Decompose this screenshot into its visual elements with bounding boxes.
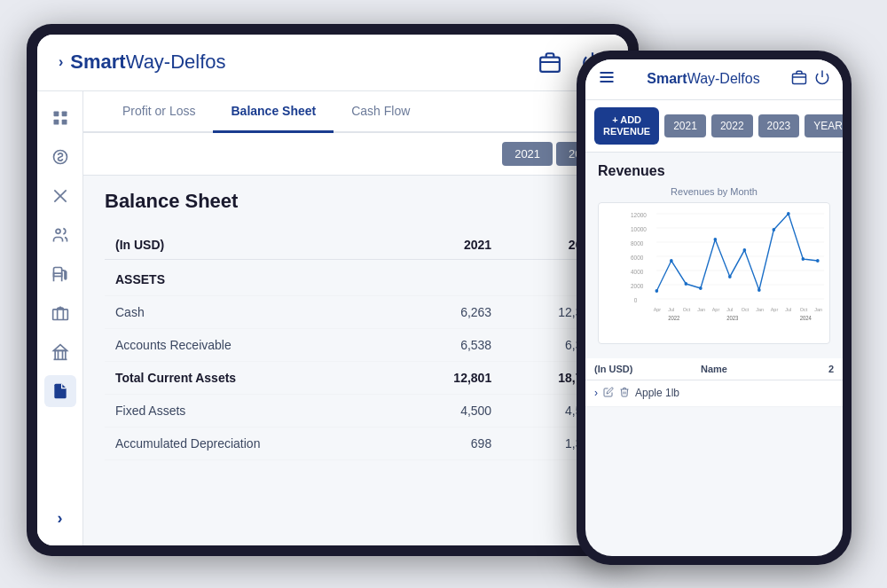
svg-point-33: [670, 259, 673, 263]
list-item: › Apple 1lb: [585, 380, 843, 407]
sidebar-item-employees[interactable]: [44, 219, 76, 251]
phone-power-icon[interactable]: [814, 69, 830, 89]
svg-text:Jul: Jul: [785, 307, 791, 312]
chart-svg: 12000 10000 8000 6000 4000 2000 0: [631, 210, 826, 325]
row-delete-icon[interactable]: [619, 387, 630, 400]
year-2021-btn[interactable]: 2021: [502, 142, 553, 166]
section-title: Balance Sheet: [105, 190, 607, 213]
chart-line: [656, 214, 818, 291]
chart-subtitle: Revenues by Month: [598, 186, 830, 197]
svg-text:Oct: Oct: [800, 307, 808, 312]
phone-col-usd: (In USD): [594, 364, 701, 374]
col-header-2021: 2021: [397, 231, 502, 260]
svg-text:6000: 6000: [631, 255, 644, 261]
phone-action-bar: + ADDREVENUE 2021 2022 2023 YEARLY: [585, 100, 843, 153]
year-2022-phone-btn[interactable]: 2022: [711, 114, 753, 137]
svg-text:2023: 2023: [726, 315, 739, 321]
phone-table-header: (In USD) Name 2: [585, 358, 843, 380]
sidebar-item-properties[interactable]: [44, 297, 76, 329]
svg-rect-0: [540, 58, 560, 72]
svg-point-38: [743, 248, 747, 252]
tab-cash-flow[interactable]: Cash Flow: [334, 91, 428, 133]
sidebar-item-expenses[interactable]: [44, 180, 76, 212]
svg-rect-4: [61, 111, 67, 116]
add-revenue-button[interactable]: + ADDREVENUE: [594, 107, 659, 145]
sidebar-expand-button[interactable]: ›: [44, 503, 76, 535]
tab-profit-loss[interactable]: Profit or Loss: [105, 91, 213, 133]
year-2023-phone-btn[interactable]: 2023: [758, 114, 800, 137]
tab-balance-sheet[interactable]: Balance Sheet: [213, 91, 334, 133]
phone-header: SmartWay-Delfos: [585, 59, 843, 100]
table-row: Cash 6,263 12,377: [105, 295, 607, 328]
tablet-device: › SmartWay-Delfos: [27, 24, 639, 556]
sidebar-item-revenue[interactable]: [44, 141, 76, 173]
svg-text:2024: 2024: [800, 315, 812, 321]
phone-logo: SmartWay-Delfos: [647, 71, 759, 87]
svg-point-43: [816, 259, 820, 263]
svg-text:10000: 10000: [631, 226, 647, 232]
row-edit-icon[interactable]: [603, 387, 614, 400]
sidebar-item-fuel[interactable]: [44, 258, 76, 290]
logo-strong: Smart: [70, 51, 125, 73]
sidebar: ›: [37, 91, 83, 545]
svg-text:12000: 12000: [631, 212, 647, 218]
phone-screen: SmartWay-Delfos +: [585, 59, 843, 556]
sidebar-item-dashboard[interactable]: [44, 102, 76, 134]
svg-rect-5: [53, 119, 59, 124]
svg-point-37: [728, 275, 732, 278]
col-header-label: (In USD): [105, 231, 397, 260]
row-cash-label: Cash: [105, 295, 397, 328]
year-2021-phone-btn[interactable]: 2021: [664, 114, 706, 137]
tabs-bar: Profit or Loss Balance Sheet Cash Flow: [83, 91, 628, 133]
row-ar-2021: 6,538: [397, 328, 502, 361]
table-row: Accounts Receivable 6,538 6,359: [105, 328, 607, 361]
svg-text:Apr: Apr: [712, 307, 720, 312]
revenues-title: Revenues: [598, 163, 830, 179]
phone-col-name: Name: [701, 364, 727, 374]
row-item-name: Apple 1lb: [635, 387, 834, 399]
row-ad-2021: 698: [397, 427, 502, 459]
svg-text:Jan: Jan: [756, 307, 764, 312]
tablet-header: › SmartWay-Delfos: [37, 35, 628, 91]
sidebar-item-reports[interactable]: [44, 375, 76, 407]
phone-revenues-section: Revenues Revenues by Month 12000 10000 8…: [585, 153, 843, 355]
svg-text:Oct: Oct: [683, 307, 691, 312]
svg-point-10: [56, 229, 60, 233]
balance-table: (In USD) 2021 2022 ASSETS Cash: [105, 231, 607, 460]
svg-rect-16: [792, 74, 805, 83]
sidebar-item-bank[interactable]: [44, 336, 76, 368]
row-fa-label: Fixed Assets: [105, 394, 397, 427]
briefcase-icon[interactable]: [536, 48, 564, 76]
svg-point-40: [773, 228, 776, 231]
phone-device: SmartWay-Delfos +: [577, 51, 852, 565]
year-yearly-phone-btn[interactable]: YEARLY: [805, 114, 843, 137]
svg-text:Apr: Apr: [654, 307, 662, 312]
row-cash-2021: 6,263: [397, 295, 502, 328]
tablet-body: › Profit or Loss Balance Sheet Cash Flow…: [37, 91, 628, 545]
svg-rect-11: [53, 273, 61, 276]
table-row: Accumulated Depreciation 698 1,397: [105, 427, 607, 459]
table-row: Fixed Assets 4,500 4,500: [105, 394, 607, 427]
phone-briefcase-icon[interactable]: [791, 69, 807, 89]
svg-point-42: [802, 257, 805, 261]
tablet-logo: › SmartWay-Delfos: [59, 51, 226, 74]
phone-col-2: 2: [727, 364, 834, 374]
row-expand-chevron-icon[interactable]: ›: [594, 387, 598, 399]
table-row-total-current: Total Current Assets 12,801 18,736: [105, 361, 607, 394]
svg-point-32: [655, 289, 659, 293]
svg-rect-3: [53, 111, 59, 116]
row-tca-2021: 12,801: [397, 361, 502, 394]
assets-header-row: ASSETS: [105, 259, 607, 295]
svg-text:Jul: Jul: [668, 307, 674, 312]
logo-text: SmartWay-Delfos: [70, 51, 225, 74]
svg-point-39: [757, 288, 761, 292]
hamburger-icon[interactable]: [598, 68, 616, 90]
row-ad-label: Accumulated Depreciation: [105, 427, 397, 459]
year-selector-bar: 2021 2022: [83, 133, 628, 176]
svg-point-34: [685, 282, 688, 286]
phone-logo-strong: Smart: [647, 71, 687, 86]
tablet-screen: › SmartWay-Delfos: [37, 35, 628, 545]
svg-text:8000: 8000: [631, 240, 644, 247]
table-area: Balance Sheet (In USD) 2021 2022: [83, 176, 628, 545]
svg-text:Jan: Jan: [814, 307, 822, 312]
